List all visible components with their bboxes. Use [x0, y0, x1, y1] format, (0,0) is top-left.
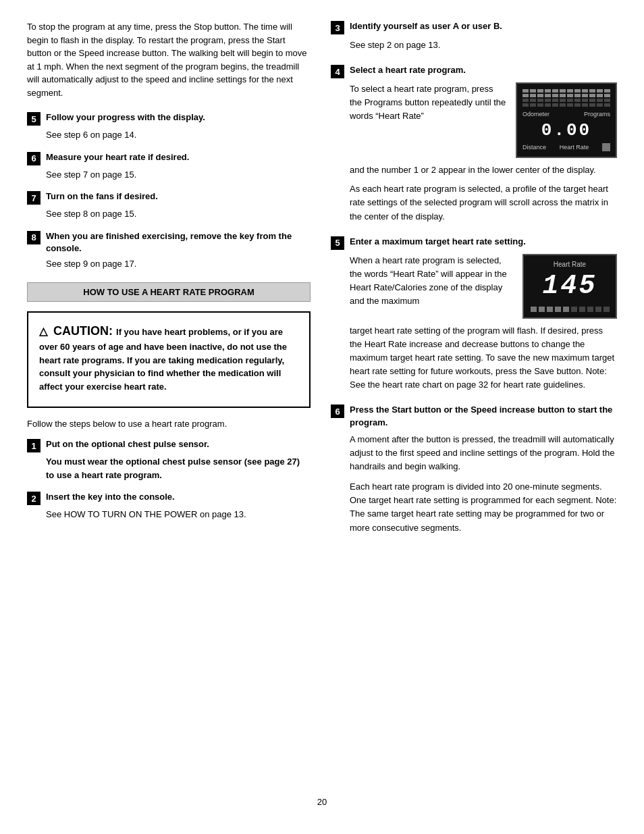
- matrix-display: [522, 89, 610, 107]
- caution-title: △ CAUTION:: [39, 324, 116, 338]
- right-step-block: 5Enter a maximum target heart rate setti…: [331, 236, 617, 392]
- bar-row: [529, 307, 610, 312]
- step-body: See step 7 on page 15.: [46, 168, 311, 182]
- step-body: A moment after the button is pressed, th…: [350, 433, 617, 473]
- left-steps: 5Follow your progress with the display.S…: [27, 111, 311, 270]
- heart-rate-display: Heart Rate145: [522, 254, 617, 319]
- right-step-header: 3Identify yourself as user A or user B.: [331, 20, 617, 34]
- follow-text: Follow the steps below to use a heart ra…: [27, 419, 311, 429]
- bottom-steps: 1Put on the optional chest pulse sensor.…: [27, 438, 311, 521]
- right-step-header: 6Press the Start button or the Speed inc…: [331, 404, 617, 428]
- right-column: 3Identify yourself as user A or user B.S…: [331, 20, 617, 777]
- step-body: See step 6 on page 14.: [46, 128, 311, 142]
- step-title: Put on the optional chest pulse sensor.: [46, 438, 209, 450]
- right-step-header: 5Enter a maximum target heart rate setti…: [331, 236, 617, 250]
- right-steps: 3Identify yourself as user A or user B.S…: [331, 20, 617, 535]
- step-title: Follow your progress with the display.: [46, 111, 205, 124]
- step-header: 2Insert the key into the console.: [27, 491, 311, 505]
- step-number: 2: [27, 492, 41, 505]
- intro-paragraph: To stop the program at any time, press t…: [27, 20, 311, 99]
- step-block: 5Follow your progress with the display.S…: [27, 111, 311, 142]
- heart-rate-number: 145: [529, 271, 610, 301]
- step-number: 5: [27, 112, 41, 126]
- warning-icon: △: [39, 325, 47, 337]
- step-title: Measure your heart rate if desired.: [46, 151, 189, 163]
- step-number: 8: [27, 231, 41, 244]
- step-block: 8When you are finished exercising, remov…: [27, 230, 311, 271]
- step-header: 5Follow your progress with the display.: [27, 111, 311, 126]
- step-body-extra: As each heart rate program is selected, …: [350, 182, 617, 223]
- step-block: 7Turn on the fans if desired.See step 8 …: [27, 190, 311, 221]
- step-number: 3: [331, 21, 344, 34]
- section-header: HOW TO USE A HEART RATE PROGRAM: [27, 282, 311, 302]
- heart-rate-label: Heart Rate: [560, 144, 589, 151]
- step-body-after: and the number 1 or 2 appear in the lowe…: [350, 163, 617, 177]
- step-body: Each heart rate program is divided into …: [350, 480, 617, 535]
- step-number: 1: [27, 439, 41, 452]
- step-title: When you are finished exercising, remove…: [46, 230, 311, 255]
- odometer-label: Odometer: [522, 111, 549, 118]
- step-title: Insert the key into the console.: [46, 491, 175, 503]
- page-number: 20: [27, 797, 617, 807]
- right-step-block: 4Select a heart rate program.To select a…: [331, 64, 617, 224]
- step-body: See step 8 on page 15.: [46, 207, 311, 221]
- step-number: 5: [331, 236, 344, 250]
- step-body-bold: You must wear the optional chest pulse s…: [46, 455, 311, 481]
- programs-label: Programs: [584, 111, 610, 118]
- step-body-after: target heart rate setting of the program…: [350, 324, 617, 392]
- step-header: 6Measure your heart rate if desired.: [27, 151, 311, 165]
- step-number: 6: [27, 152, 41, 165]
- step-title: Identify yourself as user A or user B.: [350, 20, 502, 32]
- odometer-number: 0.00: [522, 120, 610, 140]
- step-with-image: When a heart rate program is selected, t…: [350, 254, 617, 319]
- step-title: Press the Start button or the Speed incr…: [350, 404, 617, 428]
- step-with-image: To select a heart rate program, press th…: [350, 82, 617, 158]
- step-title: Enter a maximum target heart rate settin…: [350, 236, 526, 248]
- step-body: See step 9 on page 17.: [46, 257, 311, 271]
- dot-indicator: [602, 143, 610, 151]
- step-block: 2Insert the key into the console.See HOW…: [27, 491, 311, 521]
- step-body: See HOW TO TURN ON THE POWER on page 13.: [46, 508, 311, 521]
- step-text: When a heart rate program is selected, t…: [350, 254, 513, 309]
- step-block: 6Measure your heart rate if desired.See …: [27, 151, 311, 182]
- step-header: 8When you are finished exercising, remov…: [27, 230, 311, 255]
- left-column: To stop the program at any time, press t…: [27, 20, 311, 777]
- step-number: 7: [27, 191, 41, 205]
- page: To stop the program at any time, press t…: [0, 0, 644, 834]
- step-title: Turn on the fans if desired.: [46, 190, 158, 203]
- step-number: 6: [331, 405, 344, 418]
- step-body: See step 2 on page 13.: [350, 38, 617, 52]
- step-title: Select a heart rate program.: [350, 64, 466, 76]
- caution-box: △ CAUTION: If you have heart problems, o…: [27, 311, 311, 408]
- step-text: To select a heart rate program, press th…: [350, 82, 506, 123]
- right-step-block: 3Identify yourself as user A or user B.S…: [331, 20, 617, 52]
- distance-label: Distance: [522, 144, 546, 151]
- step-header: 7Turn on the fans if desired.: [27, 190, 311, 205]
- right-step-header: 4Select a heart rate program.: [331, 64, 617, 78]
- step-block: 1Put on the optional chest pulse sensor.…: [27, 438, 311, 481]
- two-column-layout: To stop the program at any time, press t…: [27, 20, 617, 777]
- step-number: 4: [331, 65, 344, 78]
- odometer-display: OdometerPrograms0.00DistanceHeart Rate: [516, 82, 617, 158]
- right-step-block: 6Press the Start button or the Speed inc…: [331, 404, 617, 534]
- heart-rate-label: Heart Rate: [529, 261, 610, 268]
- step-header: 1Put on the optional chest pulse sensor.: [27, 438, 311, 452]
